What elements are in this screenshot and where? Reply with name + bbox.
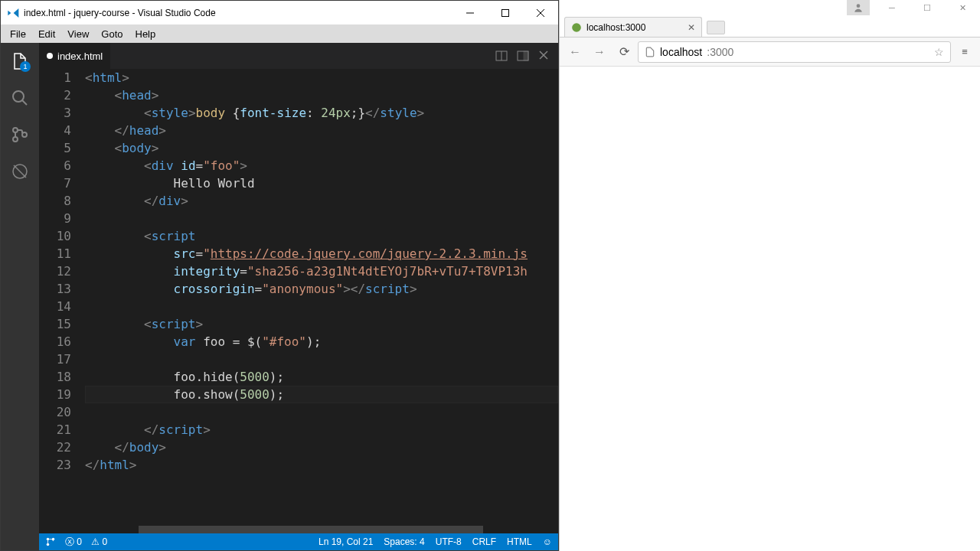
reload-button[interactable]: ⟳ <box>613 41 635 63</box>
browser-viewport[interactable] <box>560 67 980 551</box>
window-title: index.html - jquery-course - Visual Stud… <box>24 8 452 18</box>
vscode-window: index.html - jquery-course - Visual Stud… <box>0 0 559 551</box>
profile-button[interactable] <box>847 0 870 15</box>
browser-menu-button[interactable]: ≡ <box>954 41 975 63</box>
back-button[interactable]: ← <box>564 41 586 63</box>
desktop: index.html - jquery-course - Visual Stud… <box>0 0 980 551</box>
minimize-button[interactable] <box>452 1 488 24</box>
split-editor-icon[interactable] <box>495 50 508 62</box>
page-icon <box>645 47 655 57</box>
svg-point-18 <box>47 543 50 546</box>
source-control-icon[interactable] <box>8 122 32 147</box>
url-host: localhost <box>660 46 702 58</box>
tab-dirty-indicator-icon <box>47 53 53 59</box>
feedback-icon[interactable]: ☺ <box>543 536 552 547</box>
browser-maximize-button[interactable]: ☐ <box>910 0 945 15</box>
status-cursor-position[interactable]: Ln 19, Col 21 <box>318 536 373 547</box>
browser-close-button[interactable]: ✕ <box>945 0 980 15</box>
status-errors[interactable]: ⓧ 0 <box>65 536 82 549</box>
browser-toolbar: ← → ⟳ localhost:3000 ☆ ≡ <box>560 37 980 67</box>
svg-point-17 <box>47 538 50 541</box>
address-bar[interactable]: localhost:3000 ☆ <box>638 41 951 63</box>
menu-help[interactable]: Help <box>129 28 162 40</box>
status-eol[interactable]: CRLF <box>472 536 496 547</box>
explorer-badge: 1 <box>20 61 31 72</box>
svg-rect-1 <box>502 9 509 16</box>
svg-point-6 <box>13 128 18 132</box>
line-number-gutter: 1234567891011121314151617181920212223 <box>39 69 85 533</box>
horizontal-scrollbar[interactable] <box>139 526 483 533</box>
svg-point-7 <box>13 137 18 142</box>
browser-tab-localhost[interactable]: localhost:3000 ✕ <box>564 17 702 37</box>
editor-area: index.html 12345678910111213141516171819… <box>39 43 558 550</box>
browser-tabstrip: localhost:3000 ✕ <box>560 15 980 37</box>
explorer-icon[interactable]: 1 <box>8 49 32 73</box>
menu-view[interactable]: View <box>61 28 95 40</box>
git-branch-icon[interactable] <box>45 536 56 547</box>
bookmark-star-icon[interactable]: ☆ <box>934 46 944 58</box>
maximize-button[interactable] <box>488 1 523 24</box>
close-tab-button[interactable] <box>538 50 549 62</box>
browser-window: ─ ☐ ✕ localhost:3000 ✕ ← → ⟳ localhost:3… <box>559 0 980 551</box>
activity-bar: 1 <box>1 43 39 550</box>
browser-tab-close-button[interactable]: ✕ <box>688 22 695 33</box>
status-encoding[interactable]: UTF-8 <box>436 536 462 547</box>
status-indentation[interactable]: Spaces: 4 <box>384 536 424 547</box>
status-language[interactable]: HTML <box>507 536 532 547</box>
tab-index-html[interactable]: index.html <box>39 43 110 69</box>
close-button[interactable] <box>523 1 558 24</box>
tab-label: index.html <box>57 51 103 62</box>
svg-line-10 <box>14 165 26 178</box>
menu-goto[interactable]: Goto <box>95 28 129 40</box>
code-editor[interactable]: 1234567891011121314151617181920212223 <h… <box>39 69 558 533</box>
svg-point-20 <box>857 4 861 8</box>
code-content[interactable]: <html> <head> <style>body {font-size: 24… <box>85 69 558 533</box>
status-warnings[interactable]: ⚠ 0 <box>91 536 107 547</box>
favicon-icon <box>571 22 582 33</box>
toggle-panel-icon[interactable] <box>517 50 529 62</box>
new-tab-button[interactable] <box>707 21 725 34</box>
svg-line-5 <box>22 100 27 105</box>
svg-point-21 <box>572 23 581 32</box>
vscode-logo-icon <box>7 7 19 19</box>
menu-file[interactable]: File <box>4 28 32 40</box>
tab-bar: index.html <box>39 43 558 69</box>
search-icon[interactable] <box>8 86 32 110</box>
menu-edit[interactable]: Edit <box>32 28 61 40</box>
url-path: :3000 <box>707 46 733 58</box>
debug-icon[interactable] <box>8 159 32 184</box>
browser-titlebar: ─ ☐ ✕ <box>560 0 980 15</box>
svg-rect-14 <box>524 51 528 60</box>
browser-tab-title: localhost:3000 <box>586 22 645 33</box>
forward-button[interactable]: → <box>589 41 610 63</box>
browser-minimize-button[interactable]: ─ <box>874 0 910 15</box>
svg-point-4 <box>13 91 24 102</box>
statusbar: ⓧ 0 ⚠ 0 Ln 19, Col 21 Spaces: 4 UTF-8 CR… <box>39 533 558 550</box>
vscode-titlebar: index.html - jquery-course - Visual Stud… <box>1 1 558 24</box>
vscode-menubar: File Edit View Goto Help <box>1 24 558 43</box>
